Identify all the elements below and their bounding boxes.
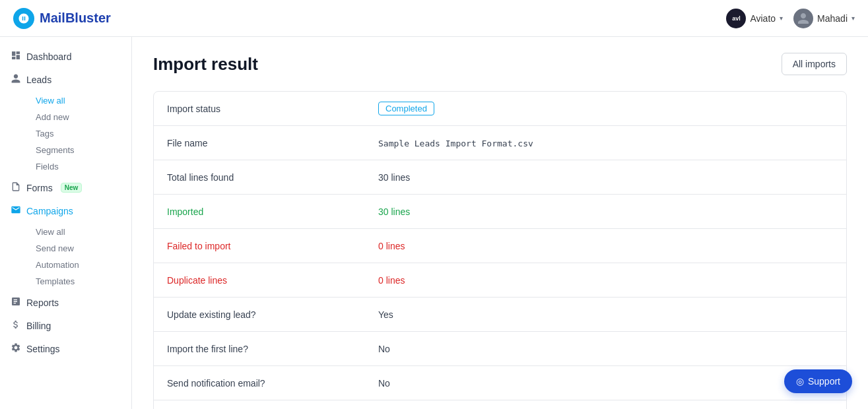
page-header: Import result All imports	[153, 53, 847, 75]
row-value-import-first-line: No	[365, 334, 846, 363]
billing-icon	[11, 319, 21, 332]
import-result-table: Import status Completed File name Sample…	[153, 91, 847, 409]
app-name: MailBluster	[40, 11, 111, 26]
row-label-send-notification: Send notification email?	[154, 369, 365, 398]
org-chevron-icon: ▾	[780, 15, 783, 22]
user-avatar	[793, 9, 813, 28]
support-label: Support	[808, 376, 840, 387]
row-value-import-status: Completed	[365, 92, 846, 125]
forms-new-badge: New	[61, 183, 83, 193]
table-row: Total lines found 30 lines	[154, 160, 846, 195]
row-value-update-existing: Yes	[365, 300, 846, 329]
row-value-imported: 30 lines	[365, 197, 846, 226]
user-name: Mahadi	[817, 13, 848, 24]
table-row: Send notification email? No	[154, 366, 846, 400]
campaigns-icon	[11, 204, 21, 217]
main-content: Import result All imports Import status …	[132, 37, 868, 409]
sidebar-item-leads-add-new[interactable]: Add new	[28, 109, 131, 125]
table-row: Imported 30 lines	[154, 195, 846, 229]
reports-label: Reports	[26, 298, 59, 308]
org-selector[interactable]: avl Aviato ▾	[726, 9, 783, 28]
sidebar-item-campaigns-templates[interactable]: Templates	[28, 273, 131, 290]
status-badge: Completed	[378, 102, 434, 115]
settings-icon	[11, 342, 21, 355]
sidebar-item-campaigns-send-new[interactable]: Send new	[28, 240, 131, 257]
sidebar-item-leads-fields[interactable]: Fields	[28, 158, 131, 175]
sidebar-item-dashboard[interactable]: Dashboard	[0, 45, 131, 68]
org-name: Aviato	[750, 13, 776, 24]
user-controls: avl Aviato ▾ Mahadi ▾	[726, 9, 855, 28]
table-row: Uploaded by	[154, 400, 846, 409]
table-row: Import status Completed	[154, 92, 846, 126]
leads-submenu: View all Add new Tags Segments Fields	[0, 91, 131, 176]
logo-area: MailBluster	[13, 8, 111, 29]
support-icon: ◎	[796, 376, 804, 387]
leads-label: Leads	[26, 75, 51, 85]
reports-icon	[11, 296, 21, 309]
sidebar-item-leads-segments[interactable]: Segments	[28, 142, 131, 158]
user-chevron-icon: ▾	[851, 15, 855, 22]
user-selector[interactable]: Mahadi ▾	[793, 9, 855, 28]
main-layout: Dashboard Leads View all Add new Tags Se…	[0, 37, 868, 409]
billing-label: Billing	[26, 321, 51, 331]
forms-label: Forms	[26, 183, 53, 193]
filename-code: Sample Leads Import Format.csv	[378, 139, 533, 148]
org-avatar: avl	[726, 9, 746, 28]
sidebar-item-leads[interactable]: Leads	[0, 68, 131, 91]
sidebar-item-forms[interactable]: Forms New	[0, 176, 131, 199]
settings-label: Settings	[26, 344, 60, 354]
sidebar-item-reports[interactable]: Reports	[0, 291, 131, 314]
sidebar: Dashboard Leads View all Add new Tags Se…	[0, 37, 132, 409]
sidebar-item-campaigns-view-all[interactable]: View all	[28, 224, 131, 240]
table-row: File name Sample Leads Import Format.csv	[154, 126, 846, 160]
row-value-uploaded-by	[365, 400, 846, 409]
row-label-failed: Failed to import	[154, 232, 365, 261]
row-label-total-lines: Total lines found	[154, 163, 365, 192]
row-value-file-name: Sample Leads Import Format.csv	[365, 129, 846, 158]
table-row: Duplicate lines 0 lines	[154, 263, 846, 298]
row-label-file-name: File name	[154, 129, 365, 158]
row-label-imported: Imported	[154, 197, 365, 226]
sidebar-item-settings[interactable]: Settings	[0, 337, 131, 360]
row-value-total-lines: 30 lines	[365, 163, 846, 192]
top-navigation: MailBluster avl Aviato ▾ Mahadi ▾	[0, 0, 868, 37]
sidebar-item-leads-tags[interactable]: Tags	[28, 125, 131, 142]
sidebar-item-billing[interactable]: Billing	[0, 314, 131, 337]
app-logo-icon	[13, 8, 34, 29]
page-title: Import result	[153, 54, 258, 75]
row-value-duplicate: 0 lines	[365, 266, 846, 295]
row-label-uploaded-by: Uploaded by	[154, 404, 365, 409]
sidebar-item-campaigns[interactable]: Campaigns	[0, 199, 131, 222]
row-value-send-notification: No	[365, 369, 846, 398]
support-button[interactable]: ◎ Support	[784, 369, 852, 393]
table-row: Import the first line? No	[154, 332, 846, 366]
sidebar-item-campaigns-automation[interactable]: Automation	[28, 257, 131, 273]
table-row: Update existing lead? Yes	[154, 298, 846, 332]
row-label-update-existing: Update existing lead?	[154, 300, 365, 329]
table-row: Failed to import 0 lines	[154, 229, 846, 263]
leads-icon	[11, 73, 21, 86]
row-label-duplicate: Duplicate lines	[154, 266, 365, 295]
dashboard-icon	[11, 50, 21, 63]
dashboard-label: Dashboard	[26, 51, 72, 62]
row-label-import-status: Import status	[154, 94, 365, 123]
all-imports-button[interactable]: All imports	[782, 53, 847, 75]
forms-icon	[11, 181, 21, 194]
sidebar-item-leads-view-all[interactable]: View all	[28, 92, 131, 109]
row-value-failed: 0 lines	[365, 232, 846, 261]
campaigns-submenu: View all Send new Automation Templates	[0, 222, 131, 291]
campaigns-label: Campaigns	[26, 206, 73, 216]
row-label-import-first-line: Import the first line?	[154, 334, 365, 363]
